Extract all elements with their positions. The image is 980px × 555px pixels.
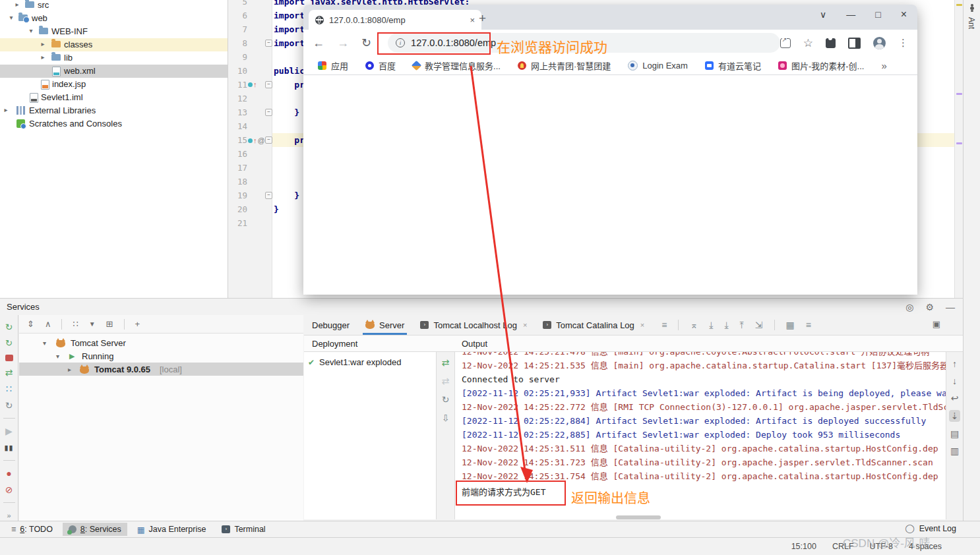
close-button[interactable]: ×: [901, 9, 907, 20]
right-tool-strip[interactable]: Ant: [963, 0, 980, 521]
bookmark-login-exam[interactable]: Login Exam: [628, 61, 688, 71]
grid-icon[interactable]: ▦: [786, 320, 795, 330]
fold-marker-icon[interactable]: −: [265, 109, 272, 116]
horizontal-scrollbar[interactable]: [616, 515, 661, 519]
refresh-icon[interactable]: ↻: [5, 400, 13, 411]
bookmark-league[interactable]: 网上共青团·智慧团建: [518, 59, 611, 72]
deployment-artifact-row[interactable]: ✔ Sevlet1:war exploded: [308, 357, 401, 367]
url-text[interactable]: 127.0.0.1:8080/emp: [411, 38, 496, 48]
chevron-right-icon[interactable]: ▸: [40, 40, 46, 47]
tree-item-lib[interactable]: ▸ lib: [0, 51, 228, 65]
add-frame-icon[interactable]: ⊞: [106, 319, 113, 329]
tree-item-running[interactable]: ▾ ▶ Running: [19, 349, 303, 363]
browser-tab[interactable]: 127.0.0.1:8080/emp ×: [309, 10, 481, 30]
tree-item-index-jsp[interactable]: index.jsp: [0, 78, 228, 91]
bookmark-apps[interactable]: 应用: [318, 59, 348, 72]
tab-close-icon[interactable]: ×: [640, 321, 644, 329]
toolwindow-java-enterprise[interactable]: ▦ Java Enterprise: [131, 523, 212, 537]
caret-position[interactable]: 15:100: [791, 542, 816, 551]
services-diamond-icon[interactable]: ∷: [6, 384, 12, 394]
pause-icon[interactable]: ▮▮: [4, 442, 13, 453]
hide-panel-icon[interactable]: —: [946, 302, 955, 312]
profile-avatar[interactable]: [873, 37, 886, 49]
more-actions-icon[interactable]: »: [7, 510, 11, 521]
rerun-icon[interactable]: ↻: [5, 322, 13, 332]
bookmarks-overflow-button[interactable]: »: [881, 60, 886, 71]
tab-close-icon[interactable]: ×: [468, 15, 476, 25]
chevron-down-icon[interactable]: ▾: [43, 339, 46, 347]
toolwindow-todo[interactable]: ≡ 6: TODO: [5, 523, 59, 536]
chevron-right-icon[interactable]: ▸: [14, 1, 20, 8]
deploy-icon[interactable]: ⇄: [442, 357, 450, 368]
tree-item-scratches[interactable]: Scratches and Consoles: [0, 117, 228, 131]
stripe-mark-purple[interactable]: [956, 93, 962, 95]
print-icon[interactable]: ▤: [950, 428, 959, 439]
gear-icon[interactable]: ⚙: [925, 302, 934, 312]
tab-tomcat-localhost-log[interactable]: › Tomcat Localhost Log ×: [412, 315, 535, 335]
tree-item-iml[interactable]: Sevlet1.iml: [0, 91, 228, 104]
chevron-down-icon[interactable]: ▾: [56, 353, 59, 360]
target-icon[interactable]: ◎: [905, 302, 913, 312]
layout-settings-icon[interactable]: ▣: [933, 319, 940, 329]
editor-error-stripe[interactable]: [954, 0, 964, 298]
collapse-all-icon[interactable]: ∧: [45, 319, 51, 329]
window-menu-icon[interactable]: ∨: [820, 9, 826, 20]
tab-close-icon[interactable]: ×: [523, 321, 527, 329]
stripe-mark-yellow[interactable]: [956, 4, 962, 6]
group-by-icon[interactable]: ∷: [73, 319, 78, 329]
override-method-icon[interactable]: ↑@: [248, 136, 265, 144]
bookmark-youdao[interactable]: 有道云笔记: [705, 59, 761, 72]
address-bar[interactable]: i 127.0.0.1:8080/emp: [388, 33, 780, 53]
bookmark-baidu[interactable]: 百度: [365, 59, 396, 72]
info-icon[interactable]: i: [396, 38, 405, 47]
extensions-icon[interactable]: [826, 38, 836, 48]
forward-button[interactable]: →: [337, 36, 349, 50]
chevron-right-icon[interactable]: ▸: [3, 106, 9, 113]
stop-icon[interactable]: [5, 355, 13, 361]
share-icon[interactable]: [780, 38, 791, 48]
chevron-down-icon[interactable]: ▾: [8, 14, 15, 21]
chevron-right-icon[interactable]: ▸: [40, 53, 46, 61]
tab-debugger[interactable]: Debugger: [304, 315, 357, 335]
bookmark-edu[interactable]: 教学管理信息服务...: [413, 59, 501, 72]
bookmark-star-icon[interactable]: ☆: [803, 36, 813, 50]
console-output[interactable]: 12-Nov-2022 14:25:21.478 信息 [main] org.a…: [455, 352, 946, 519]
tree-item-tomcat-server[interactable]: ▾ Tomcat Server: [19, 336, 303, 349]
event-log-button[interactable]: ◯ Event Log: [905, 523, 956, 533]
tree-item-src[interactable]: ▸ src: [0, 0, 228, 12]
fold-marker-icon[interactable]: −: [265, 81, 272, 88]
fold-marker-icon[interactable]: −: [265, 192, 272, 199]
tree-item-external-libraries[interactable]: ▸ External Libraries: [0, 104, 228, 117]
fold-marker-icon[interactable]: −: [265, 136, 272, 144]
toolwindow-services[interactable]: 8: Services: [63, 523, 127, 536]
ant-toolwindow-button[interactable]: Ant: [967, 17, 976, 29]
expand-all-icon[interactable]: ⇕: [27, 319, 34, 329]
resume-icon[interactable]: ▶: [5, 426, 13, 436]
step-up-icon[interactable]: ⤒: [740, 320, 744, 331]
scroll-to-end-icon[interactable]: ⇣: [949, 410, 961, 422]
scroll-up-icon[interactable]: ↑: [952, 359, 957, 369]
tree-item-web-inf[interactable]: ▾ WEB-INF: [0, 25, 228, 38]
back-button[interactable]: ←: [313, 36, 324, 50]
tree-item-tomcat-9065[interactable]: ▸ Tomcat 9.0.65 [local]: [19, 363, 303, 376]
jump-icon[interactable]: ⌅: [690, 320, 698, 330]
maximize-button[interactable]: □: [875, 9, 880, 20]
minimize-button[interactable]: —: [846, 9, 855, 20]
download-icon[interactable]: ⇩: [442, 413, 450, 423]
tree-item-classes[interactable]: ▸ classes: [0, 38, 228, 51]
stripe-mark-purple[interactable]: [956, 142, 962, 144]
browser-page-content[interactable]: [303, 75, 917, 295]
rerun-build-icon[interactable]: ↻: [5, 338, 13, 349]
step-down-icon[interactable]: ⤓: [724, 320, 728, 331]
toolwindow-terminal[interactable]: › Terminal: [216, 523, 271, 536]
console-menu-icon[interactable]: ≡: [661, 320, 667, 330]
sidebar-icon[interactable]: [848, 38, 861, 49]
chevron-down-icon[interactable]: ▾: [28, 27, 34, 34]
new-tab-button[interactable]: +: [479, 11, 486, 26]
fold-marker-icon[interactable]: −: [265, 40, 272, 47]
scroll-down-icon[interactable]: ⤓: [709, 320, 713, 331]
record-icon[interactable]: ●: [6, 468, 11, 479]
filter-icon[interactable]: ▼: [89, 320, 96, 328]
add-service-icon[interactable]: +: [135, 319, 140, 329]
mute-breakpoints-icon[interactable]: ⊘: [5, 484, 13, 495]
